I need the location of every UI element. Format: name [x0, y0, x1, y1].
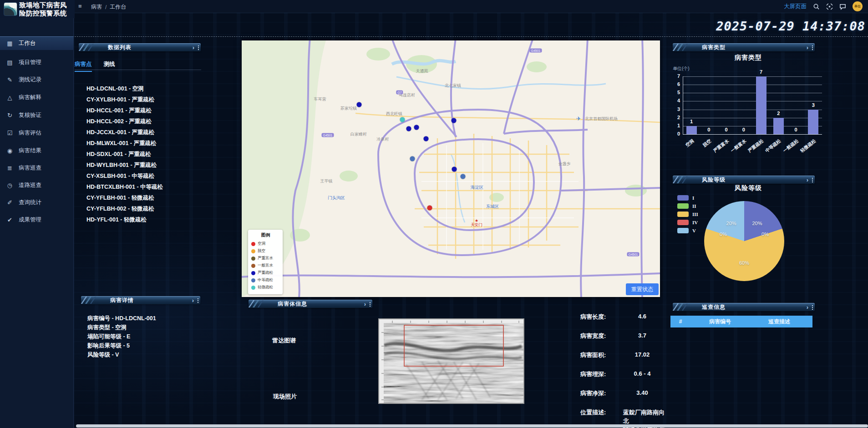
- disease-point-item[interactable]: CY-YFLBH-001 - 轻微疏松: [86, 192, 214, 203]
- sidebar-item-achievement[interactable]: ✔成果管理: [0, 213, 74, 227]
- sidebar-item-evaluate[interactable]: ☑病害评估: [0, 126, 74, 140]
- disease-point-item[interactable]: HD-BTCXLBH-001 - 中等疏松: [86, 181, 214, 192]
- bar-0: [686, 126, 697, 134]
- search-icon[interactable]: [813, 3, 820, 10]
- pie-legend-item[interactable]: III: [677, 211, 698, 217]
- datetime-clock: 2025-07-29 14:37:08: [716, 19, 865, 33]
- disease-point-marker[interactable]: [427, 206, 432, 211]
- road-number-badge: G4501: [627, 252, 639, 257]
- disease-point-item[interactable]: HD-LDCNL-001 - 空洞: [86, 83, 214, 94]
- pie-legend-item[interactable]: I: [677, 195, 698, 201]
- reset-state-button[interactable]: 重置状态: [626, 283, 659, 295]
- sidebar-item-review[interactable]: ↻复核验证: [0, 108, 74, 122]
- sidebar-item-label: 病害巡查: [19, 164, 41, 172]
- panel-collapse-arrow[interactable]: ›: [807, 304, 808, 311]
- breadcrumb-separator: /: [105, 4, 107, 10]
- disease-point-item[interactable]: CY-XYLBH-001 - 严重疏松: [86, 94, 214, 105]
- panel-collapse-arrow[interactable]: ›: [193, 44, 194, 51]
- bar-4: [756, 76, 766, 134]
- map-place-label: 北京首都国际机场: [585, 116, 618, 122]
- disease-point-item[interactable]: CY-YFLBH-002 - 轻微疏松: [86, 203, 214, 214]
- panel-collapse-arrow[interactable]: ›: [364, 301, 366, 307]
- sidebar-item-label: 道路巡查: [19, 181, 41, 189]
- sidebar-item-query-stats[interactable]: ✐查询统计: [0, 196, 74, 209]
- bar-7: [808, 110, 818, 134]
- fullscreen-icon[interactable]: [826, 3, 833, 10]
- disease-point-marker[interactable]: [357, 102, 362, 107]
- disease-point-item[interactable]: HD-HCCL-001 - 严重疏松: [86, 105, 214, 116]
- sidebar-item-result[interactable]: ◉病害结果: [0, 144, 74, 157]
- tab-disease-points[interactable]: 病害点: [75, 60, 92, 72]
- panel-collapse-arrow[interactable]: ›: [807, 176, 808, 183]
- disease-point-item[interactable]: HD-YFL-001 - 轻微疏松: [86, 214, 214, 225]
- panel-collapse-arrow[interactable]: ›: [192, 297, 194, 304]
- pie-legend-item[interactable]: IV: [677, 220, 698, 225]
- disease-point-marker[interactable]: [410, 156, 415, 161]
- sidebar-item-label: 测线记录: [19, 76, 41, 84]
- beijing-map[interactable]: 苏家坨镇西北旺镇白家疃村冷泉村车耳营马连店村北七家镇天通苑金盏乡王平镇海淀区东城…: [242, 40, 660, 297]
- sidebar-item-line-record[interactable]: ✎测线记录: [0, 73, 74, 86]
- detail-field: 影响后果等级 - 5: [87, 341, 215, 350]
- big-screen-link[interactable]: 大屏页面: [784, 3, 807, 10]
- breadcrumb-parent[interactable]: 病害: [91, 3, 102, 11]
- disease-point-marker[interactable]: [400, 117, 405, 122]
- panel-dots-icon: [812, 177, 813, 182]
- panel-header-disease-body: 病害体信息 ›: [249, 300, 372, 308]
- sidebar-item-label: 病害结果: [19, 147, 41, 155]
- disease-point-marker[interactable]: [452, 118, 457, 123]
- disease-point-item[interactable]: HD-WYLBH-001 - 严重疏松: [86, 160, 214, 171]
- disease-point-marker[interactable]: [406, 126, 411, 131]
- sidebar-item-interpret[interactable]: △病害解释: [0, 91, 74, 104]
- disease-point-marker[interactable]: [452, 167, 457, 172]
- map-legend-item: 中等疏松: [251, 277, 283, 284]
- app-logo: [4, 2, 17, 16]
- panel-collapse-arrow[interactable]: ›: [807, 44, 808, 51]
- sidebar-item-label: 查询统计: [19, 199, 41, 206]
- disease-point-item[interactable]: HD-SDXL-001 - 严重疏松: [86, 149, 214, 160]
- road-number-badge: G4501: [321, 133, 334, 137]
- app-brand: 致塌地下病害风险防控预警系统: [0, 0, 75, 18]
- tiananmen-landmark: ★天安门: [471, 219, 482, 227]
- map-legend-item: 脱空: [251, 247, 283, 255]
- metric-row: 病害面积:17.02: [580, 351, 668, 359]
- map-legend-item: 轻微疏松: [251, 284, 283, 291]
- sidebar-item-workbench[interactable]: ▦工作台: [0, 36, 74, 50]
- tab-survey-lines[interactable]: 测线: [104, 60, 115, 72]
- horizontal-scrollbar[interactable]: [76, 424, 868, 428]
- breadcrumb-current[interactable]: 工作台: [110, 3, 126, 11]
- pie-legend-item[interactable]: V: [677, 228, 698, 233]
- disease-point-marker[interactable]: [414, 125, 419, 130]
- collapse-menu-icon[interactable]: ≡: [78, 3, 86, 10]
- map-roads-layer: [242, 40, 660, 297]
- panel-header-data-list: 数据列表 ›: [79, 43, 201, 51]
- disease-point-item[interactable]: HD-MLWXL-001 - 严重疏松: [86, 138, 214, 149]
- sidebar-item-disease-patrol[interactable]: ≣病害巡查: [0, 161, 74, 175]
- map-place-label: 金盏乡: [558, 161, 571, 167]
- topbar-actions: 大屏页面 单位: [784, 1, 863, 11]
- sidebar-item-road-patrol[interactable]: ◷道路巡查: [0, 178, 74, 192]
- disease-point-marker[interactable]: [424, 136, 429, 141]
- disease-patrol-icon: ≣: [6, 165, 13, 171]
- metric-row: 病害长度:4.6: [580, 313, 668, 321]
- evaluate-icon: ☑: [6, 130, 13, 136]
- interpret-icon: △: [6, 94, 13, 101]
- breadcrumb: 病害 / 工作台: [91, 3, 126, 11]
- sidebar-item-project[interactable]: ▤项目管理: [0, 55, 74, 69]
- disease-point-marker[interactable]: [461, 174, 466, 179]
- message-icon[interactable]: [839, 3, 846, 10]
- pie-slice-label: 0%: [720, 232, 727, 237]
- risk-pie: [704, 201, 784, 281]
- disease-point-list: HD-LDCNL-001 - 空洞CY-XYLBH-001 - 严重疏松HD-H…: [86, 83, 214, 225]
- disease-point-item[interactable]: CY-XSLBH-001 - 中等疏松: [86, 171, 214, 181]
- map-place-label: 海淀区: [471, 185, 484, 191]
- disease-point-item[interactable]: HD-JCCXL-001 - 严重疏松: [86, 127, 214, 138]
- pie-legend-item[interactable]: II: [677, 203, 698, 209]
- panel-header-disease-detail: 病害详情 ›: [81, 296, 200, 304]
- pie-slice-label: 20%: [752, 221, 762, 226]
- bar-5: [773, 118, 784, 134]
- user-avatar[interactable]: 单位: [853, 1, 863, 11]
- sidebar-nav: ▦工作台▤项目管理✎测线记录△病害解释↻复核验证☑病害评估◉病害结果≣病害巡查◷…: [0, 18, 74, 428]
- gpr-radar-image[interactable]: [378, 318, 524, 404]
- disease-point-item[interactable]: HD-HCCL-002 - 严重疏松: [86, 116, 214, 127]
- panel-dots-icon: [812, 304, 813, 310]
